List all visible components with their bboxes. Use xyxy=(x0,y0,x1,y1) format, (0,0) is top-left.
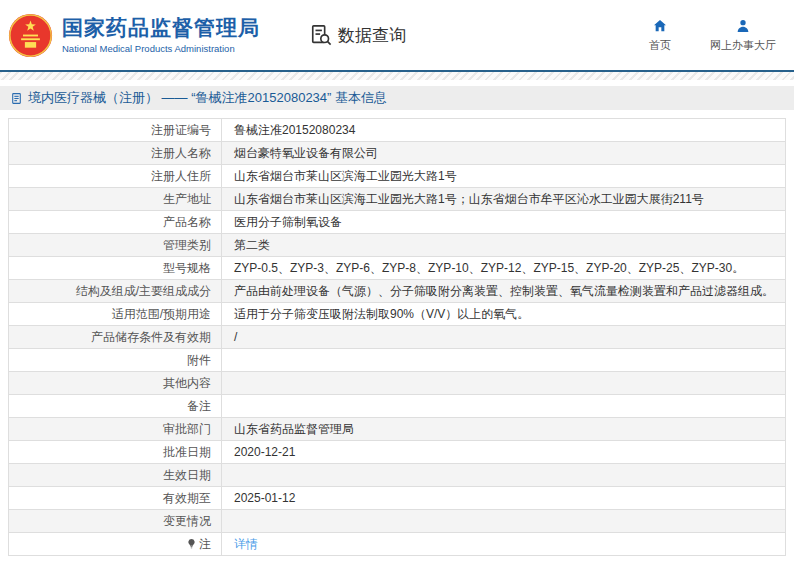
table-row: 产品名称 医用分子筛制氧设备 xyxy=(9,211,786,234)
field-label: 有效期至 xyxy=(9,487,222,510)
field-value: 产品由前处理设备（气源）、分子筛吸附分离装置、控制装置、氧气流量检测装置和产品过… xyxy=(222,280,786,303)
field-value: 2020-12-21 xyxy=(222,441,786,464)
agency-brand: 国家药品监督管理局 National Medical Products Admi… xyxy=(8,13,260,58)
table-row: 适用范围/预期用途 适用于分子筛变压吸附法制取90%（V/V）以上的氧气。 xyxy=(9,303,786,326)
field-label: 批准日期 xyxy=(9,441,222,464)
field-value xyxy=(222,464,786,487)
field-label: 生产地址 xyxy=(9,188,222,211)
field-label: 注册人名称 xyxy=(9,142,222,165)
field-label: 附件 xyxy=(9,349,222,372)
field-label: 管理类别 xyxy=(9,234,222,257)
field-label: 产品储存条件及有效期 xyxy=(9,326,222,349)
table-row: 生产地址 山东省烟台市莱山区滨海工业园光大路1号；山东省烟台市牟平区沁水工业园大… xyxy=(9,188,786,211)
note-bulb-icon xyxy=(186,538,197,552)
user-icon xyxy=(735,18,751,34)
site-header: 国家药品监督管理局 National Medical Products Admi… xyxy=(0,0,794,70)
note-label: 注 xyxy=(199,537,211,551)
field-value: / xyxy=(222,326,786,349)
table-row: 型号规格 ZYP-0.5、ZYP-3、ZYP-6、ZYP-8、ZYP-10、ZY… xyxy=(9,257,786,280)
field-label: 注 xyxy=(9,533,222,556)
registration-info-body: 注册证编号 鲁械注准20152080234 注册人名称 烟台豪特氧业设备有限公司… xyxy=(9,119,786,556)
header-nav: 首页 网上办事大厅 xyxy=(640,18,776,53)
table-row: 注册人名称 烟台豪特氧业设备有限公司 xyxy=(9,142,786,165)
table-row: 批准日期 2020-12-21 xyxy=(9,441,786,464)
table-row: 备注 xyxy=(9,395,786,418)
home-icon xyxy=(652,18,668,34)
field-value: 鲁械注准20152080234 xyxy=(222,119,786,142)
field-value: ZYP-0.5、ZYP-3、ZYP-6、ZYP-8、ZYP-10、ZYP-12、… xyxy=(222,257,786,280)
table-row: 注册人住所 山东省烟台市莱山区滨海工业园光大路1号 xyxy=(9,165,786,188)
table-row: 审批部门 山东省药品监督管理局 xyxy=(9,418,786,441)
field-value xyxy=(222,510,786,533)
field-value: 第二类 xyxy=(222,234,786,257)
table-row: 管理类别 第二类 xyxy=(9,234,786,257)
table-row: 产品储存条件及有效期 / xyxy=(9,326,786,349)
nav-home-label: 首页 xyxy=(649,38,671,53)
field-label: 注册证编号 xyxy=(9,119,222,142)
field-value: 烟台豪特氧业设备有限公司 xyxy=(222,142,786,165)
table-row: 其他内容 xyxy=(9,372,786,395)
agency-name-en: National Medical Products Administration xyxy=(62,43,260,54)
agency-name-block: 国家药品监督管理局 National Medical Products Admi… xyxy=(62,16,260,53)
field-label: 型号规格 xyxy=(9,257,222,280)
field-value xyxy=(222,372,786,395)
field-label: 产品名称 xyxy=(9,211,222,234)
field-label: 注册人住所 xyxy=(9,165,222,188)
table-row: 有效期至 2025-01-12 xyxy=(9,487,786,510)
field-value: 适用于分子筛变压吸附法制取90%（V/V）以上的氧气。 xyxy=(222,303,786,326)
field-value: 2025-01-12 xyxy=(222,487,786,510)
field-value: 详情 xyxy=(222,533,786,556)
field-label: 审批部门 xyxy=(9,418,222,441)
table-row: 结构及组成/主要组成成分 产品由前处理设备（气源）、分子筛吸附分离装置、控制装置… xyxy=(9,280,786,303)
nav-home[interactable]: 首页 xyxy=(640,18,680,53)
breadcrumb-text: 境内医疗器械（注册） —— “鲁械注准20152080234” 基本信息 xyxy=(28,89,387,107)
table-row: 生效日期 xyxy=(9,464,786,487)
field-label: 变更情况 xyxy=(9,510,222,533)
field-value xyxy=(222,395,786,418)
agency-name-cn: 国家药品监督管理局 xyxy=(62,16,260,40)
nav-service-hall[interactable]: 网上办事大厅 xyxy=(710,18,776,53)
field-label: 备注 xyxy=(9,395,222,418)
table-row: 注册证编号 鲁械注准20152080234 xyxy=(9,119,786,142)
field-label: 生效日期 xyxy=(9,464,222,487)
field-value: 山东省烟台市莱山区滨海工业园光大路1号；山东省烟台市牟平区沁水工业园大展街211… xyxy=(222,188,786,211)
field-value: 医用分子筛制氧设备 xyxy=(222,211,786,234)
hatch-strip xyxy=(0,72,794,80)
table-row: 附件 xyxy=(9,349,786,372)
table-row: 注 详情 xyxy=(9,533,786,556)
data-query-label: 数据查询 xyxy=(338,24,406,47)
details-link[interactable]: 详情 xyxy=(234,537,258,551)
field-value xyxy=(222,349,786,372)
registration-info-table: 注册证编号 鲁械注准20152080234 注册人名称 烟台豪特氧业设备有限公司… xyxy=(8,118,786,556)
nav-service-hall-label: 网上办事大厅 xyxy=(710,38,776,53)
field-value: 山东省药品监督管理局 xyxy=(222,418,786,441)
table-row: 变更情况 xyxy=(9,510,786,533)
field-label: 结构及组成/主要组成成分 xyxy=(9,280,222,303)
data-query-section[interactable]: 数据查询 xyxy=(310,24,406,47)
data-query-icon xyxy=(310,24,332,46)
field-value: 山东省烟台市莱山区滨海工业园光大路1号 xyxy=(222,165,786,188)
field-label: 适用范围/预期用途 xyxy=(9,303,222,326)
document-icon xyxy=(10,92,23,105)
field-label: 其他内容 xyxy=(9,372,222,395)
breadcrumb: 境内医疗器械（注册） —— “鲁械注准20152080234” 基本信息 xyxy=(0,86,794,110)
national-emblem-logo xyxy=(8,13,53,58)
